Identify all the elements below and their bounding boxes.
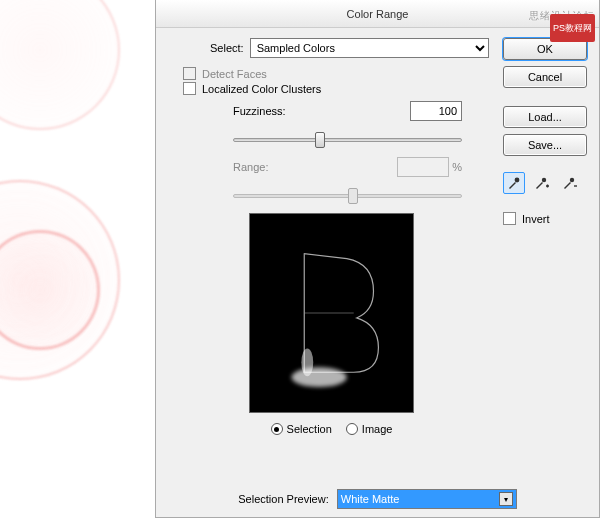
eyedropper-subtract-tool[interactable] — [559, 172, 581, 194]
selection-preview-value: White Matte — [341, 493, 400, 505]
invert-checkbox[interactable] — [503, 212, 516, 225]
fuzziness-slider[interactable] — [233, 131, 462, 147]
svg-point-5 — [570, 178, 574, 182]
load-button[interactable]: Load... — [503, 106, 587, 128]
range-input — [397, 157, 449, 177]
dialog-title: Color Range — [347, 8, 409, 20]
color-range-dialog: Color Range 思绪设计论坛 PS教程网 Select: Sampled… — [155, 0, 600, 518]
range-slider — [233, 187, 462, 203]
localized-clusters-label: Localized Color Clusters — [202, 83, 321, 95]
dialog-titlebar: Color Range 思绪设计论坛 PS教程网 — [156, 0, 599, 28]
selection-radio[interactable] — [271, 423, 283, 435]
localized-clusters-checkbox[interactable] — [183, 82, 196, 95]
image-radio-label: Image — [362, 423, 393, 435]
fuzziness-input[interactable] — [410, 101, 462, 121]
selection-preview-thumbnail — [249, 213, 414, 413]
fuzziness-label: Fuzziness: — [233, 105, 286, 117]
selection-preview-dropdown[interactable]: White Matte ▾ — [337, 489, 517, 509]
svg-point-3 — [515, 178, 520, 183]
select-label: Select: — [210, 42, 244, 54]
document-canvas — [0, 0, 155, 518]
eyedropper-add-tool[interactable] — [531, 172, 553, 194]
cancel-button[interactable]: Cancel — [503, 66, 587, 88]
range-suffix: % — [452, 161, 462, 173]
save-button[interactable]: Save... — [503, 134, 587, 156]
chevron-down-icon: ▾ — [499, 492, 513, 506]
detect-faces-label: Detect Faces — [202, 68, 267, 80]
selection-preview-label: Selection Preview: — [238, 493, 329, 505]
image-radio[interactable] — [346, 423, 358, 435]
detect-faces-checkbox — [183, 67, 196, 80]
invert-label: Invert — [522, 213, 550, 225]
svg-point-1 — [291, 367, 346, 387]
svg-point-2 — [301, 349, 313, 377]
range-label: Range: — [233, 161, 268, 173]
select-dropdown[interactable]: Sampled Colors — [250, 38, 489, 58]
eyedropper-tool[interactable] — [503, 172, 525, 194]
svg-point-4 — [542, 178, 546, 182]
watermark-sub: PS教程网 — [550, 14, 595, 42]
selection-radio-label: Selection — [287, 423, 332, 435]
